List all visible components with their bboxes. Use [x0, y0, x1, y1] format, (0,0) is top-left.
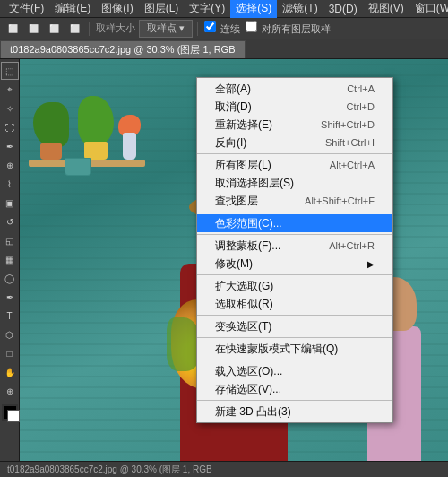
tool-history[interactable]: ↺ — [1, 212, 19, 230]
toolbar-btn-3[interactable]: ⬜ — [45, 20, 64, 38]
continuous-checkbox[interactable] — [204, 21, 216, 32]
foreground-color[interactable] — [2, 404, 18, 421]
menu-section-1: 全部(A) Ctrl+A 取消(D) Ctrl+D 重新选择(E) Shift+… — [197, 78, 392, 154]
menu-select[interactable]: 选择(S) — [230, 0, 277, 18]
alllayers-checkbox[interactable] — [246, 21, 257, 32]
toolbar-btn-1[interactable]: ⬜ — [4, 20, 22, 38]
menu-section-5: 扩大选取(G) 选取相似(R) — [197, 275, 392, 316]
menu-type[interactable]: 文字(Y) — [184, 0, 230, 18]
tool-shape[interactable]: □ — [1, 344, 19, 362]
menu-edit[interactable]: 编辑(E) — [49, 0, 96, 18]
toolbar-checkbox-alllayers: 对所有图层取样 — [244, 21, 332, 36]
shelf — [29, 95, 145, 167]
tool-crop[interactable]: ⛶ — [1, 118, 19, 136]
main-content: ⬚ ⌖ ✧ ⛶ ✒ ⊕ ⌇ ▣ ↺ ◱ ▦ ◯ ✒ T ⬡ □ ✋ ⊕ — [0, 59, 448, 461]
document-area: 全部(A) Ctrl+A 取消(D) Ctrl+D 重新选择(E) Shift+… — [20, 59, 448, 461]
menu-item-deselect-layers[interactable]: 取消选择图层(S) — [197, 174, 392, 192]
menu-item-load-selection[interactable]: 载入选区(O)... — [197, 362, 392, 380]
menu-layer[interactable]: 图层(L) — [139, 0, 185, 18]
tool-gradient[interactable]: ▦ — [1, 250, 19, 268]
doc-tab-active[interactable]: t0182a9a0803865cc7c2.jpg @ 30.3% (图层 1, … — [0, 40, 246, 58]
plant-1 — [33, 106, 69, 160]
menu-item-new-3d[interactable]: 新建 3D 凸出(3) — [197, 403, 392, 421]
tool-brush[interactable]: ⌇ — [1, 175, 19, 193]
menu-filter[interactable]: 滤镜(T) — [277, 0, 323, 18]
menu-section-6: 变换选区(T) — [197, 316, 392, 338]
plant-2 — [73, 101, 118, 160]
vase-body — [123, 133, 136, 160]
plant-2-pot — [84, 142, 108, 160]
tool-path[interactable]: ⬡ — [1, 325, 19, 343]
menu-section-2: 所有图层(L) Alt+Ctrl+A 取消选择图层(S) 查找图层 Alt+Sh… — [197, 154, 392, 212]
tool-pen[interactable]: ✒ — [1, 288, 19, 306]
menu-item-deselect[interactable]: 取消(D) Ctrl+D — [197, 98, 392, 116]
menu-item-find-layer[interactable]: 查找图层 Alt+Shift+Ctrl+F — [197, 192, 392, 210]
toolbar-btn-2[interactable]: ⬜ — [24, 20, 43, 38]
menu-bar: 文件(F) 编辑(E) 图像(I) 图层(L) 文字(Y) 选择(S) 滤镜(T… — [0, 0, 448, 18]
menu-3d[interactable]: 3D(D) — [323, 0, 363, 18]
tool-magic-wand[interactable]: ✧ — [1, 100, 19, 117]
toolbar-checkbox-continuous: 连续 — [202, 21, 242, 36]
toolbar: ⬜ ⬜ ⬜ ⬜ 取样大小 取样点 ▾ 连续 对所有图层取样 — [0, 18, 448, 39]
tool-eraser[interactable]: ◱ — [1, 231, 19, 249]
menu-section-8: 载入选区(O)... 存储选区(V)... — [197, 360, 392, 401]
toolbar-btn-4[interactable]: ⬜ — [65, 20, 84, 38]
sample-size-label: 取样大小 — [94, 22, 137, 35]
menu-item-transform-selection[interactable]: 变换选区(T) — [197, 317, 392, 335]
menu-view[interactable]: 视图(V) — [363, 0, 409, 18]
tab-bar: t0182a9a0803865cc7c2.jpg @ 30.3% (图层 1, … — [0, 39, 448, 59]
bottom-status-bar: t0182a9a0803865cc7c2.jpg @ 30.3% (图层 1, … — [0, 461, 448, 477]
tool-marquee[interactable]: ⬚ — [1, 62, 19, 80]
sample-size-dropdown[interactable]: 取样点 ▾ — [139, 20, 193, 38]
toolbar-separator-2 — [197, 22, 198, 36]
menu-item-color-range[interactable]: 色彩范围(C)... — [197, 214, 392, 232]
select-menu: 全部(A) Ctrl+A 取消(D) Ctrl+D 重新选择(E) Shift+… — [196, 77, 393, 423]
menu-item-all-layers[interactable]: 所有图层(L) Alt+Ctrl+A — [197, 156, 392, 174]
vase — [118, 119, 141, 160]
menu-item-save-selection[interactable]: 存储选区(V)... — [197, 380, 392, 398]
wall-bracket — [65, 158, 91, 176]
tool-lasso[interactable]: ⌖ — [1, 81, 19, 99]
menu-item-grow[interactable]: 扩大选取(G) — [197, 277, 392, 295]
tool-stamp[interactable]: ▣ — [1, 194, 19, 212]
menu-file[interactable]: 文件(F) — [4, 0, 49, 18]
tool-eyedropper[interactable]: ✒ — [1, 137, 19, 155]
menu-image[interactable]: 图像(I) — [96, 0, 138, 18]
app-container: 文件(F) 编辑(E) 图像(I) 图层(L) 文字(Y) 选择(S) 滤镜(T… — [0, 0, 448, 477]
tool-hand[interactable]: ✋ — [1, 363, 19, 381]
tool-zoom[interactable]: ⊕ — [1, 382, 19, 400]
menu-section-7: 在快速蒙版模式下编辑(Q) — [197, 338, 392, 360]
status-text: t0182a9a0803865cc7c2.jpg @ 30.3% (图层 1, … — [7, 464, 212, 476]
menu-item-refine-mask[interactable]: 调整蒙板(F)... Alt+Ctrl+R — [197, 237, 392, 255]
toolbar-separator-1 — [89, 22, 90, 36]
menu-section-4: 调整蒙板(F)... Alt+Ctrl+R 修改(M) ▶ — [197, 235, 392, 275]
plant-1-pot — [40, 143, 62, 160]
menu-item-similar[interactable]: 选取相似(R) — [197, 295, 392, 313]
menu-item-quick-mask[interactable]: 在快速蒙版模式下编辑(Q) — [197, 340, 392, 358]
tool-dodge[interactable]: ◯ — [1, 269, 19, 287]
menu-item-inverse[interactable]: 反向(I) Shift+Ctrl+I — [197, 134, 392, 152]
menu-section-3: 色彩范围(C)... — [197, 212, 392, 235]
tool-heal[interactable]: ⊕ — [1, 156, 19, 174]
left-toolbar: ⬚ ⌖ ✧ ⛶ ✒ ⊕ ⌇ ▣ ↺ ◱ ▦ ◯ ✒ T ⬡ □ ✋ ⊕ — [0, 59, 20, 461]
menu-section-9: 新建 3D 凸出(3) — [197, 401, 392, 422]
menu-window[interactable]: 窗口(W) — [409, 0, 448, 18]
menu-item-select-all[interactable]: 全部(A) Ctrl+A — [197, 80, 392, 98]
plant-1-leaves — [33, 102, 69, 147]
menu-item-reselect[interactable]: 重新选择(E) Shift+Ctrl+D — [197, 116, 392, 134]
plant-2-leaves — [78, 96, 114, 145]
menu-item-modify[interactable]: 修改(M) ▶ — [197, 255, 392, 273]
tool-type[interactable]: T — [1, 307, 19, 325]
